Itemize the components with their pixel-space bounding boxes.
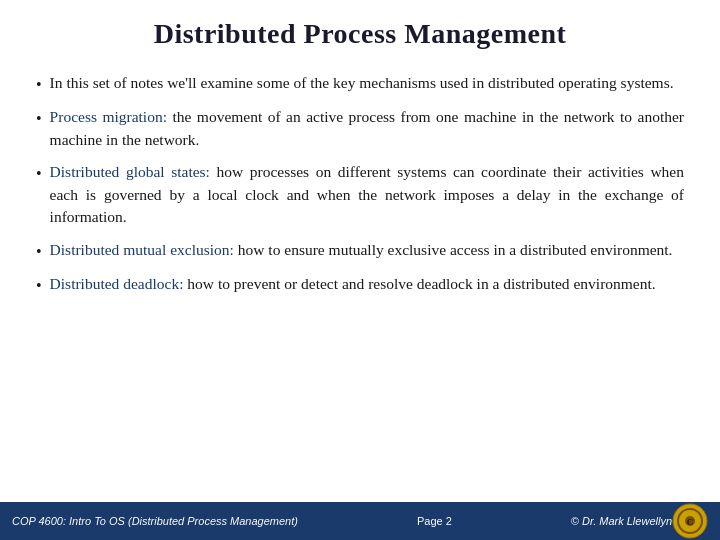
bullet-text-5: Distributed deadlock: how to prevent or … <box>50 273 656 295</box>
bullet-item-5: • Distributed deadlock: how to prevent o… <box>36 273 684 297</box>
content-area: • In this set of notes we'll examine som… <box>36 72 684 492</box>
bullet-item-2: • Process migration: the movement of an … <box>36 106 684 151</box>
svg-text:C: C <box>687 517 694 527</box>
bullet-text-4: Distributed mutual exclusion: how to ens… <box>50 239 673 261</box>
term-5: Distributed deadlock: <box>50 275 184 292</box>
term-3: Distributed global states: <box>50 163 210 180</box>
slide-title: Distributed Process Management <box>36 18 684 50</box>
bullet-item-1: • In this set of notes we'll examine som… <box>36 72 684 96</box>
bullet-dot-2: • <box>36 107 42 130</box>
bullet-dot-3: • <box>36 162 42 185</box>
term-4: Distributed mutual exclusion: <box>50 241 234 258</box>
footer: COP 4600: Intro To OS (Distributed Proce… <box>0 502 720 540</box>
bullet-dot-4: • <box>36 240 42 263</box>
text-4: how to ensure mutually exclusive access … <box>234 241 673 258</box>
bullet-item-4: • Distributed mutual exclusion: how to e… <box>36 239 684 263</box>
slide-container: Distributed Process Management • In this… <box>0 0 720 502</box>
footer-right: © Dr. Mark Llewellyn <box>571 515 672 527</box>
footer-logo: C <box>672 503 708 539</box>
footer-left: COP 4600: Intro To OS (Distributed Proce… <box>12 515 298 527</box>
footer-text-group: COP 4600: Intro To OS (Distributed Proce… <box>12 515 672 527</box>
text-5: how to prevent or detect and resolve dea… <box>183 275 655 292</box>
bullet-dot-5: • <box>36 274 42 297</box>
footer-center: Page 2 <box>417 515 452 527</box>
term-2: Process migration: <box>50 108 167 125</box>
bullet-text-2: Process migration: the movement of an ac… <box>50 106 684 151</box>
bullet-dot-1: • <box>36 73 42 96</box>
bullet-text-1: In this set of notes we'll examine some … <box>50 72 674 94</box>
bullet-text-3: Distributed global states: how processes… <box>50 161 684 228</box>
bullet-item-3: • Distributed global states: how process… <box>36 161 684 228</box>
